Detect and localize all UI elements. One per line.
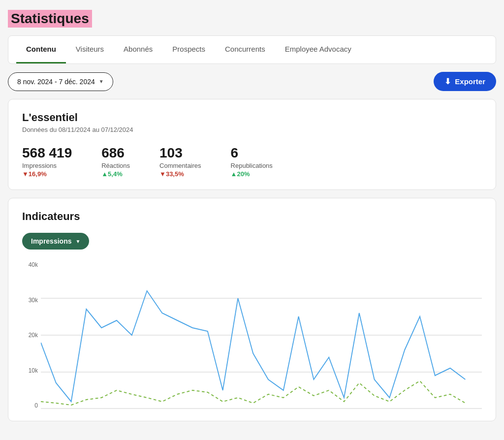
indicateurs-card: Indicateurs Impressions ▼ 0 10k 20k 30k … [8,198,496,421]
impressions-dropdown[interactable]: Impressions ▼ [22,233,89,250]
tab-prospects[interactable]: Prospects [162,36,215,63]
metric-commentaires-change: ▼33,5% [159,170,201,178]
date-range-picker[interactable]: 8 nov. 2024 - 7 déc. 2024 ▼ [8,72,113,91]
toolbar: 8 nov. 2024 - 7 déc. 2024 ▼ ⬇ Exporter [8,72,496,91]
metric-republications-label: Republications [231,162,273,169]
y-label-0: 0 [22,402,41,409]
indicateurs-title: Indicateurs [22,210,482,223]
metric-impressions-value: 568 419 [22,145,72,161]
date-range-label: 8 nov. 2024 - 7 déc. 2024 [17,78,95,86]
essentiel-subtitle: Données du 08/11/2024 au 07/12/2024 [22,126,482,133]
metric-impressions-label: Impressions [22,162,72,169]
metric-republications-change: ▲20% [231,170,273,178]
page-title: Statistiques [8,10,92,28]
tab-abonnes[interactable]: Abonnés [114,36,162,63]
metrics-row: 568 419 Impressions ▼16,9% 686 Réactions… [22,145,482,178]
chart-svg-area [41,261,482,409]
metric-commentaires-label: Commentaires [159,162,201,169]
essentiel-title: L'essentiel [22,111,482,124]
chart-svg [41,261,482,409]
y-label-20k: 20k [22,332,41,339]
download-icon: ⬇ [444,77,451,86]
tab-concurrents[interactable]: Concurrents [215,36,275,63]
tab-visiteurs[interactable]: Visiteurs [66,36,114,63]
impressions-dropdown-label: Impressions [31,237,71,245]
metric-republications: 6 Republications ▲20% [231,145,273,178]
chart-y-labels: 0 10k 20k 30k 40k [22,261,41,409]
y-label-10k: 10k [22,367,41,374]
tab-employee-advocacy[interactable]: Employee Advocacy [275,36,361,63]
chevron-down-icon: ▼ [99,79,104,84]
metric-reactions: 686 Réactions ▲5,4% [101,145,130,178]
metric-impressions-change: ▼16,9% [22,170,72,178]
y-label-30k: 30k [22,297,41,304]
metric-reactions-change: ▲5,4% [101,170,130,178]
metric-reactions-value: 686 [101,145,130,161]
y-label-40k: 40k [22,261,41,268]
chart-container: 0 10k 20k 30k 40k [22,261,482,409]
metric-commentaires: 103 Commentaires ▼33,5% [159,145,201,178]
tabs-nav: Contenu Visiteurs Abonnés Prospects Conc… [8,35,496,64]
metric-republications-value: 6 [231,145,273,161]
essentiel-card: L'essentiel Données du 08/11/2024 au 07/… [8,99,496,190]
export-label: Exporter [455,77,485,86]
metric-reactions-label: Réactions [101,162,130,169]
metric-impressions: 568 419 Impressions ▼16,9% [22,145,72,178]
chevron-down-icon: ▼ [75,239,80,244]
tab-contenu[interactable]: Contenu [16,36,66,63]
export-button[interactable]: ⬇ Exporter [434,72,496,91]
metric-commentaires-value: 103 [159,145,201,161]
